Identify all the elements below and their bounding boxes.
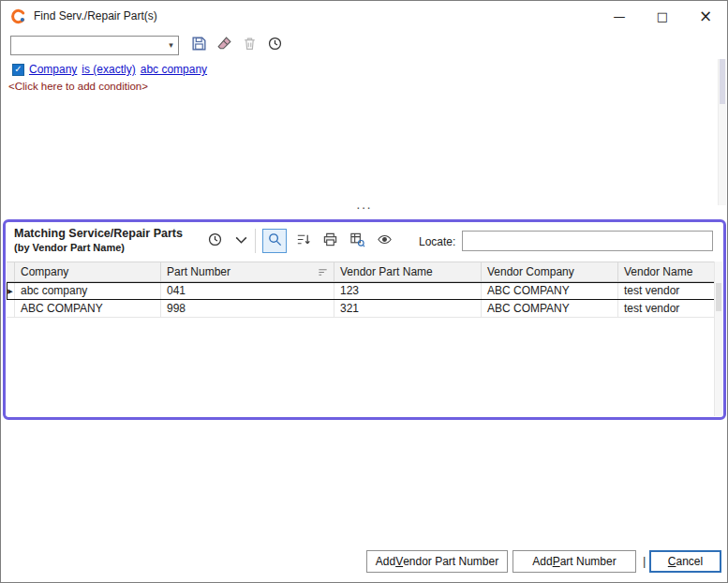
button-accesskey: C — [668, 555, 676, 568]
conditions-scrollbar[interactable] — [718, 59, 726, 205]
button-label-part: Add — [532, 555, 552, 568]
results-subtitle: (by Vendor Part Name) — [14, 242, 125, 253]
row-selector-cell: ▶ — [7, 282, 15, 299]
column-header-company[interactable]: Company — [15, 262, 161, 281]
button-label-part: Add — [376, 555, 395, 568]
checkmark-icon: ✓ — [14, 65, 22, 74]
add-part-number-button[interactable]: Add Part Number — [513, 550, 636, 573]
condition-value-link[interactable]: abc company — [141, 63, 207, 76]
column-label: Company — [21, 265, 68, 278]
locate-label: Locate: — [419, 235, 455, 248]
condition-operator-link[interactable]: is (exactly) — [82, 63, 135, 76]
table-row[interactable]: ABC COMPANY 998 321 ABC COMPANY test ven… — [7, 300, 722, 318]
magnifier-icon — [267, 232, 283, 250]
cell-vendor-name: test vendor — [618, 282, 722, 299]
clock-icon — [207, 232, 223, 250]
row-selector-header — [7, 262, 15, 281]
column-label: Vendor Company — [487, 265, 574, 278]
add-condition-link[interactable]: <Click here to add condition> — [8, 81, 148, 92]
maximize-button[interactable]: □ — [641, 1, 684, 31]
app-logo-icon — [10, 8, 26, 24]
button-label-part: art Number — [560, 555, 617, 568]
column-label: Vendor Name — [624, 265, 692, 278]
column-header-vendor-name[interactable]: Vendor Name — [618, 262, 722, 281]
condition-field-link[interactable]: Company — [29, 63, 77, 76]
results-grid: Company Part Number Vendor Part Name Ven… — [7, 262, 722, 416]
cell-company: abc company — [15, 282, 161, 299]
grid-header-row: Company Part Number Vendor Part Name Ven… — [7, 262, 722, 282]
trash-icon — [242, 36, 258, 54]
eye-icon — [377, 232, 393, 250]
cell-vendor-company: ABC COMPANY — [482, 300, 618, 317]
preview-button[interactable] — [372, 229, 396, 253]
column-label: Vendor Part Name — [340, 265, 433, 278]
find-mode-button[interactable] — [262, 229, 287, 253]
results-panel: Matching Service/Repair Parts (by Vendor… — [3, 219, 726, 420]
sort-indicator-icon — [318, 267, 328, 277]
button-accesskey: P — [553, 555, 560, 568]
cancel-button[interactable]: Cancel — [649, 550, 721, 573]
find-parts-dialog: Find Serv./Repair Part(s) — □ × ▾ — [0, 0, 728, 583]
cell-company: ABC COMPANY — [15, 300, 161, 317]
cell-part-number: 041 — [161, 282, 334, 299]
button-label-part: ancel — [676, 555, 703, 568]
column-header-vendor-part-name[interactable]: Vendor Part Name — [334, 262, 482, 281]
saved-filter-combobox[interactable]: ▾ — [10, 36, 179, 55]
results-expand-button[interactable] — [229, 229, 253, 253]
titlebar[interactable]: Find Serv./Repair Part(s) — □ × — [1, 1, 727, 31]
locate-input[interactable] — [462, 231, 713, 251]
sort-icon — [295, 232, 311, 250]
saved-filter-input[interactable] — [11, 38, 164, 52]
printer-icon — [322, 232, 338, 250]
condition-checkbox[interactable]: ✓ — [12, 64, 24, 76]
combobox-dropdown-icon[interactable]: ▾ — [164, 37, 178, 54]
cell-vendor-company: ABC COMPANY — [482, 282, 618, 299]
grid-scrollbar[interactable] — [714, 262, 722, 416]
row-selector-cell — [7, 300, 15, 317]
clear-filter-button[interactable] — [214, 35, 234, 55]
cell-vendor-part-name: 321 — [334, 300, 482, 317]
conditions-scrollbar-thumb[interactable] — [720, 59, 725, 104]
save-filter-button[interactable] — [188, 35, 209, 55]
add-vendor-part-number-button[interactable]: Add Vendor Part Number — [366, 550, 508, 573]
delete-filter-button[interactable] — [239, 35, 260, 55]
current-row-marker-icon: ▶ — [7, 288, 12, 294]
grid-scrollbar-thumb[interactable] — [716, 283, 721, 311]
sort-button[interactable] — [290, 229, 315, 253]
button-label-part: endor Part Number — [403, 555, 498, 568]
splitter-handle[interactable]: ··· — [1, 202, 727, 214]
toolbar-divider — [255, 229, 256, 253]
filter-conditions-panel: ✓ Company is (exactly) abc company <Clic… — [8, 61, 706, 92]
chevron-down-icon — [233, 232, 249, 250]
window-controls: — □ × — [598, 1, 727, 31]
button-accesskey: V — [395, 555, 403, 568]
table-row[interactable]: ▶ abc company 041 123 ABC COMPANY test v… — [7, 282, 722, 300]
button-divider: | — [643, 554, 646, 568]
search-in-results-button[interactable] — [345, 229, 369, 253]
column-label: Part Number — [167, 265, 230, 278]
column-header-vendor-company[interactable]: Vendor Company — [482, 262, 618, 281]
cell-vendor-name: test vendor — [618, 300, 722, 317]
close-button[interactable]: × — [684, 1, 727, 31]
eraser-icon — [216, 36, 232, 54]
save-icon — [191, 36, 207, 54]
results-title: Matching Service/Repair Parts — [14, 227, 183, 240]
grid-search-icon — [349, 232, 365, 250]
condition-row: ✓ Company is (exactly) abc company — [8, 61, 706, 78]
clock-icon — [267, 36, 283, 54]
results-history-button[interactable] — [202, 229, 227, 253]
window-title: Find Serv./Repair Part(s) — [34, 9, 157, 22]
cell-vendor-part-name: 123 — [334, 282, 482, 299]
filter-toolbar: ▾ — [10, 35, 285, 55]
column-header-part-number[interactable]: Part Number — [161, 262, 334, 281]
minimize-button[interactable]: — — [598, 1, 641, 31]
print-button[interactable] — [318, 229, 342, 253]
recent-filters-button[interactable] — [264, 35, 285, 55]
cell-part-number: 998 — [161, 300, 334, 317]
